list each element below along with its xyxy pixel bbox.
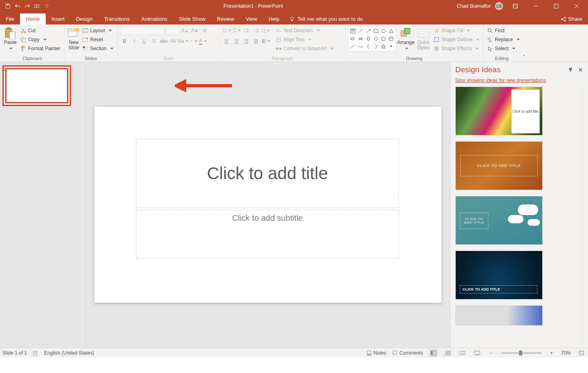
decrease-indent-icon[interactable]	[242, 26, 251, 35]
layout-button[interactable]: Layout	[81, 26, 115, 35]
zoom-level[interactable]: 70%	[561, 350, 571, 356]
cut-button[interactable]: Cut	[19, 26, 62, 35]
reset-button[interactable]: Reset	[81, 35, 115, 44]
ribbon-display-options-icon[interactable]	[507, 0, 523, 12]
start-from-beginning-icon[interactable]	[34, 3, 40, 9]
zoom-slider[interactable]	[501, 352, 542, 354]
text-direction-button[interactable]: IIAText Direction	[274, 26, 335, 35]
zoom-slider-thumb[interactable]	[519, 351, 522, 355]
save-icon[interactable]	[5, 3, 11, 9]
maximize-button[interactable]	[548, 0, 564, 12]
user-name[interactable]: Chad Buenaflor	[457, 3, 491, 9]
group-editing: Find abacReplace Select Editing	[483, 24, 520, 62]
shape-fill-button[interactable]: Shape Fill	[432, 26, 481, 35]
font-name-combo[interactable]	[120, 26, 165, 35]
qat-dropdown-icon[interactable]	[44, 3, 50, 9]
pane-close-icon[interactable]: ✕	[578, 66, 583, 74]
section-button[interactable]: Section	[81, 44, 115, 53]
find-button[interactable]: Find	[486, 26, 521, 35]
align-text-button[interactable]: Align Text	[274, 35, 335, 44]
slideshow-view-icon[interactable]	[473, 349, 482, 357]
spellcheck-icon[interactable]	[33, 350, 38, 356]
font-color-icon[interactable]: A	[198, 37, 207, 46]
comments-button[interactable]: Comments	[392, 350, 423, 356]
design-ideas-scrollbar[interactable]	[582, 87, 588, 348]
tab-animations[interactable]: Animations	[136, 13, 173, 24]
italic-icon[interactable]: I	[130, 37, 139, 46]
tell-me-search[interactable]: Tell me what you want to do	[289, 16, 363, 24]
notes-button[interactable]: Notes	[366, 350, 386, 356]
shadow-icon[interactable]: S	[149, 37, 158, 46]
collapse-ribbon-icon[interactable]: ˄	[520, 24, 528, 62]
tab-file[interactable]: File	[0, 13, 20, 24]
increase-indent-icon[interactable]	[252, 26, 261, 35]
align-right-icon[interactable]	[242, 37, 251, 46]
shapes-gallery[interactable]: ▼	[348, 26, 396, 51]
character-spacing-icon[interactable]: AV	[169, 37, 178, 46]
subtitle-placeholder[interactable]: Click to add subtitle	[136, 210, 399, 259]
redo-icon[interactable]	[24, 3, 30, 9]
slide-thumbnail-1[interactable]	[5, 68, 68, 103]
increase-font-icon[interactable]: A▲	[180, 26, 189, 35]
shape-rect-icon	[373, 29, 379, 33]
quick-styles-button[interactable]: Quick Styles	[415, 26, 432, 51]
bold-icon[interactable]: B	[120, 37, 129, 46]
share-button[interactable]: Share	[555, 13, 588, 24]
copy-button[interactable]: Copy	[19, 35, 62, 44]
convert-smartart-button[interactable]: Convert to SmartArt	[274, 44, 335, 53]
fit-to-window-icon[interactable]	[577, 349, 586, 357]
language-status[interactable]: English (United States)	[44, 350, 94, 356]
select-button[interactable]: Select	[486, 44, 521, 53]
shape-effects-button[interactable]: Shape Effects	[432, 44, 481, 53]
reading-view-icon[interactable]	[458, 349, 467, 357]
strikethrough-icon[interactable]: abc	[159, 37, 168, 46]
format-painter-button[interactable]: Format Painter	[19, 44, 62, 53]
align-center-icon[interactable]	[232, 37, 241, 46]
pane-options-icon[interactable]: ▼	[567, 66, 574, 73]
user-avatar[interactable]: CB	[495, 2, 503, 10]
slide-canvas[interactable]: Click to add title Click to add subtitle	[94, 107, 441, 303]
design-idea-4[interactable]: CLICK TO ADD TITLE	[455, 251, 543, 300]
minimize-button[interactable]	[528, 0, 544, 12]
highlight-icon[interactable]	[189, 37, 198, 46]
paste-button[interactable]: Paste	[2, 26, 18, 51]
close-button[interactable]	[568, 0, 585, 12]
normal-view-icon[interactable]	[429, 349, 438, 357]
svg-point-65	[389, 37, 393, 38]
replace-button[interactable]: abacReplace	[486, 35, 521, 44]
design-idea-3[interactable]: CLICK TO ADD TITLE	[455, 196, 543, 245]
slide-sorter-view-icon[interactable]	[443, 349, 452, 357]
new-slide-button[interactable]: New Slide	[67, 26, 80, 51]
tab-slideshow[interactable]: Slide Show	[173, 13, 211, 24]
zoom-in-button[interactable]: +	[548, 350, 555, 356]
justify-icon[interactable]	[252, 37, 261, 46]
undo-icon[interactable]	[15, 3, 20, 9]
line-spacing-icon[interactable]	[261, 26, 270, 35]
tab-view[interactable]: View	[240, 13, 263, 24]
change-case-icon[interactable]: Aa	[179, 37, 188, 46]
align-left-icon[interactable]	[222, 37, 231, 46]
stop-showing-link[interactable]: Stop showing ideas for new presentations	[450, 78, 588, 87]
shape-outline-button[interactable]: Shape Outline	[432, 35, 481, 44]
title-placeholder[interactable]: Click to add title	[136, 139, 399, 208]
tab-design[interactable]: Design	[70, 13, 98, 24]
columns-icon[interactable]	[261, 37, 270, 46]
tab-review[interactable]: Review	[211, 13, 240, 24]
slide-counter[interactable]: Slide 1 of 1	[2, 350, 27, 356]
zoom-out-button[interactable]: −	[488, 350, 495, 356]
arrange-button[interactable]: Arrange	[397, 26, 414, 51]
numbering-icon[interactable]: 12	[232, 26, 241, 35]
bullets-icon[interactable]	[222, 26, 231, 35]
tab-home[interactable]: Home	[20, 13, 46, 24]
tab-help[interactable]: Help	[263, 13, 285, 24]
design-idea-1[interactable]: Click to add title	[455, 87, 543, 135]
tab-transitions[interactable]: Transitions	[98, 13, 136, 24]
decrease-font-icon[interactable]: A▼	[190, 26, 199, 35]
design-idea-2[interactable]: CLICK TO ADD TITLE	[455, 141, 543, 190]
font-size-combo[interactable]	[166, 26, 180, 35]
shapes-more-icon[interactable]: ▼	[390, 44, 393, 48]
underline-icon[interactable]: U	[140, 37, 149, 46]
clear-formatting-icon[interactable]: A∕	[200, 26, 209, 35]
design-idea-5[interactable]	[455, 305, 543, 326]
tab-insert[interactable]: Insert	[46, 13, 71, 24]
